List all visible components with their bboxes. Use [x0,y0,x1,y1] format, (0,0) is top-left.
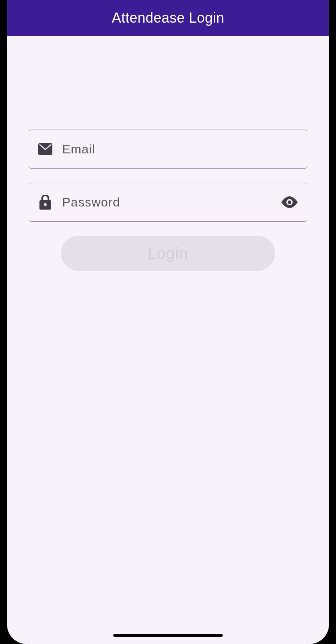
page-title: Attendease Login [112,10,224,26]
toggle-password-visibility[interactable] [281,194,298,211]
svg-point-3 [288,201,291,204]
login-form: Login [7,36,329,271]
email-field-container[interactable] [29,130,307,169]
app-bar: Attendease Login [7,0,329,36]
app-screen: Attendease Login [7,0,329,644]
login-button[interactable]: Login [61,236,275,271]
svg-point-1 [44,203,47,206]
email-input[interactable] [62,142,298,157]
password-field-container[interactable] [29,183,307,222]
eye-icon [281,196,298,208]
password-input[interactable] [62,195,281,210]
lock-icon [38,195,53,210]
email-icon [38,142,53,157]
home-indicator[interactable] [113,634,223,637]
